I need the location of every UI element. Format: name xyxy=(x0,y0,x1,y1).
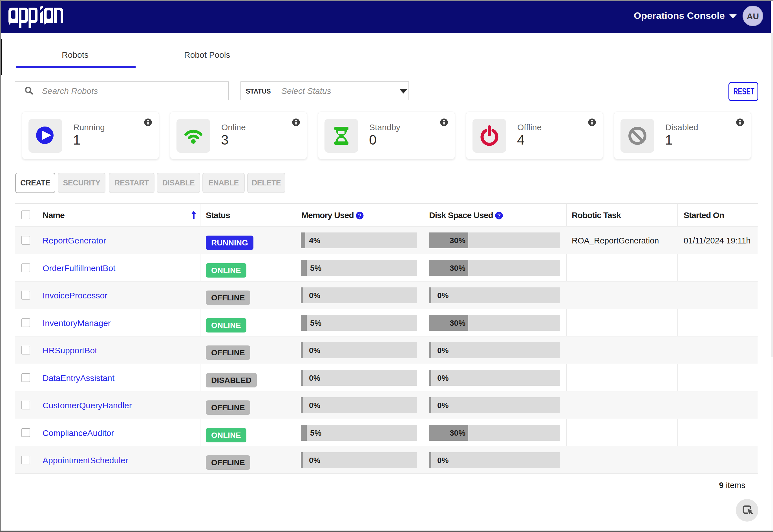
svg-text:?: ? xyxy=(497,212,501,219)
svg-text:?: ? xyxy=(358,212,361,219)
